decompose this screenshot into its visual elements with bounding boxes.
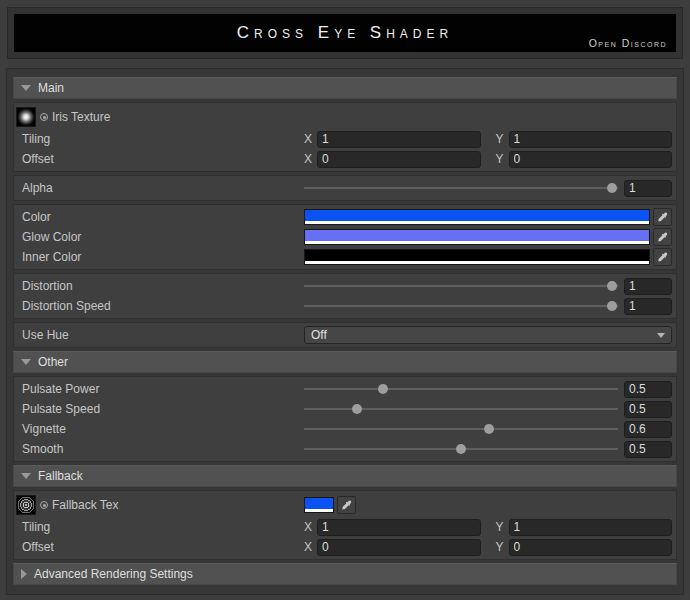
use-hue-dropdown[interactable]: Off bbox=[304, 326, 672, 344]
fallback-tiling-x-input[interactable] bbox=[317, 519, 481, 536]
smooth-slider-handle[interactable] bbox=[456, 444, 466, 454]
use-hue-selected-value: Off bbox=[311, 328, 327, 342]
color-eyedropper-button[interactable] bbox=[653, 208, 672, 226]
main-offset-row: Offset X Y bbox=[14, 149, 676, 169]
fallback-tiling-y-input[interactable] bbox=[509, 519, 673, 536]
distortion-speed-slider[interactable] bbox=[304, 296, 618, 316]
fallback-tex-object-field[interactable]: Fallback Tex bbox=[16, 495, 304, 515]
distortion-value-input[interactable] bbox=[624, 278, 672, 295]
x-axis-label: X bbox=[304, 132, 312, 146]
main-tiling-x-input[interactable] bbox=[317, 131, 481, 148]
fallback-tex-thumbnail[interactable] bbox=[16, 495, 36, 515]
fallback-offset-x-input[interactable] bbox=[317, 539, 481, 556]
slider-track bbox=[304, 408, 618, 410]
vignette-value-input[interactable] bbox=[624, 421, 672, 438]
smooth-row: Smooth bbox=[14, 439, 676, 459]
smooth-label: Smooth bbox=[22, 442, 304, 456]
distortion-slider-handle[interactable] bbox=[607, 281, 617, 291]
slider-track bbox=[304, 428, 618, 430]
x-axis-label: X bbox=[304, 520, 312, 534]
smooth-slider[interactable] bbox=[304, 439, 618, 459]
foldout-other[interactable]: Other bbox=[13, 351, 677, 373]
alpha-slider-handle[interactable] bbox=[607, 183, 617, 193]
slider-track bbox=[304, 285, 618, 287]
object-picker-icon[interactable] bbox=[40, 501, 48, 509]
alpha-label: Alpha bbox=[22, 181, 304, 195]
fallback-offset-y-input[interactable] bbox=[509, 539, 673, 556]
iris-texture-thumbnail[interactable] bbox=[16, 107, 36, 127]
alpha-row: Alpha bbox=[14, 178, 676, 198]
glow-color-label: Glow Color bbox=[22, 230, 304, 244]
tiling-label: Tiling bbox=[22, 132, 304, 146]
inner-color-swatch-alpha-bar bbox=[305, 261, 649, 264]
fallback-color-swatch-fill bbox=[305, 498, 333, 509]
iris-texture-object-field[interactable]: Iris Texture bbox=[16, 107, 304, 127]
inner-color-eyedropper-button[interactable] bbox=[653, 248, 672, 266]
fallback-color-swatch-alpha-bar bbox=[305, 509, 333, 512]
foldout-other-label: Other bbox=[38, 355, 68, 369]
iris-texture-label: Iris Texture bbox=[52, 110, 110, 124]
color-row: Color bbox=[14, 207, 676, 227]
x-axis-label: X bbox=[304, 152, 312, 166]
use-hue-row: Use Hue Off bbox=[14, 325, 676, 345]
eyedropper-icon bbox=[657, 232, 668, 243]
alpha-value-input[interactable] bbox=[624, 180, 672, 197]
open-discord-link[interactable]: Open Discord bbox=[589, 37, 667, 49]
fallback-group: Fallback Tex Tiling X Y bbox=[13, 490, 677, 560]
distortion-speed-row: Distortion Speed bbox=[14, 296, 676, 316]
pulsate-speed-slider[interactable] bbox=[304, 399, 618, 419]
alpha-group: Alpha bbox=[13, 175, 677, 201]
pulsate-speed-value-input[interactable] bbox=[624, 401, 672, 418]
fallback-tiling-row: Tiling X Y bbox=[14, 517, 676, 537]
smooth-value-input[interactable] bbox=[624, 441, 672, 458]
y-axis-label: Y bbox=[496, 132, 504, 146]
slider-track bbox=[304, 187, 618, 189]
pulsate-speed-row: Pulsate Speed bbox=[14, 399, 676, 419]
color-swatch[interactable] bbox=[304, 209, 650, 225]
pulsate-power-row: Pulsate Power bbox=[14, 379, 676, 399]
foldout-advanced-label: Advanced Rendering Settings bbox=[34, 567, 193, 581]
shader-inspector-panel: Main Iris Texture Tiling X Y Offset X bbox=[6, 68, 684, 595]
pulsate-speed-slider-handle[interactable] bbox=[352, 404, 362, 414]
foldout-advanced-rendering-settings[interactable]: Advanced Rendering Settings bbox=[13, 563, 677, 585]
distortion-speed-value-input[interactable] bbox=[624, 298, 672, 315]
fallback-eyedropper-button[interactable] bbox=[337, 496, 356, 514]
distortion-speed-slider-handle[interactable] bbox=[607, 301, 617, 311]
distortion-label: Distortion bbox=[22, 279, 304, 293]
glow-color-swatch[interactable] bbox=[304, 229, 650, 245]
shader-banner: Cross Eye Shader Open Discord bbox=[14, 14, 676, 52]
foldout-expanded-icon bbox=[21, 473, 31, 479]
alpha-slider[interactable] bbox=[304, 178, 618, 198]
offset-label: Offset bbox=[22, 540, 304, 554]
use-hue-label: Use Hue bbox=[22, 328, 304, 342]
vignette-slider-handle[interactable] bbox=[484, 424, 494, 434]
foldout-main[interactable]: Main bbox=[13, 77, 677, 99]
object-picker-icon[interactable] bbox=[40, 113, 48, 121]
glow-color-eyedropper-button[interactable] bbox=[653, 228, 672, 246]
pulsate-power-slider[interactable] bbox=[304, 379, 618, 399]
main-offset-y-input[interactable] bbox=[509, 151, 673, 168]
x-axis-label: X bbox=[304, 540, 312, 554]
other-group: Pulsate Power Pulsate Speed Vignette bbox=[13, 376, 677, 462]
shader-title: Cross Eye Shader bbox=[237, 23, 453, 43]
distortion-slider[interactable] bbox=[304, 276, 618, 296]
inner-color-swatch-fill bbox=[305, 250, 649, 261]
pulsate-power-value-input[interactable] bbox=[624, 381, 672, 398]
main-offset-x-input[interactable] bbox=[317, 151, 481, 168]
distortion-speed-label: Distortion Speed bbox=[22, 299, 304, 313]
chevron-down-icon bbox=[657, 333, 665, 338]
inner-color-label: Inner Color bbox=[22, 250, 304, 264]
foldout-fallback[interactable]: Fallback bbox=[13, 465, 677, 487]
eyedropper-icon bbox=[657, 212, 668, 223]
main-tiling-y-input[interactable] bbox=[509, 131, 673, 148]
vignette-label: Vignette bbox=[22, 422, 304, 436]
fallback-offset-row: Offset X Y bbox=[14, 537, 676, 557]
foldout-expanded-icon bbox=[21, 85, 31, 91]
inner-color-swatch[interactable] bbox=[304, 249, 650, 265]
color-swatch-alpha-bar bbox=[305, 221, 649, 224]
fallback-color-swatch[interactable] bbox=[304, 497, 334, 513]
vignette-slider[interactable] bbox=[304, 419, 618, 439]
pulsate-power-slider-handle[interactable] bbox=[378, 384, 388, 394]
shader-banner-frame: Cross Eye Shader Open Discord bbox=[7, 7, 683, 59]
y-axis-label: Y bbox=[496, 152, 504, 166]
